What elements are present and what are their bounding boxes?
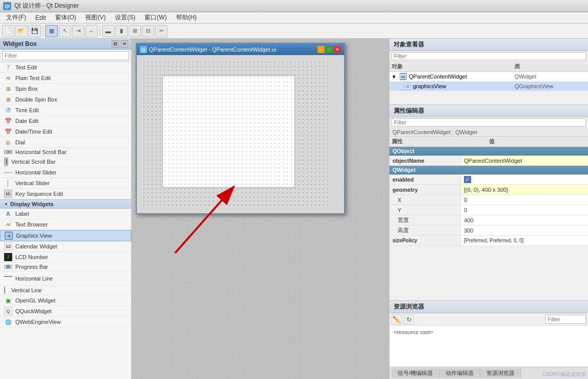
widget-item-hline[interactable]: Horizontal Line	[0, 271, 131, 286]
widget-item-textbrowser[interactable]: AI Text Browser	[0, 219, 131, 230]
widget-item-spinbox[interactable]: ⊞ Spin Box	[0, 84, 131, 94]
menu-help[interactable]: 帮助(H)	[172, 12, 201, 23]
toolbar-layout-grid[interactable]: ⊞	[129, 25, 141, 37]
inner-window-content[interactable]	[137, 55, 344, 213]
prop-width[interactable]: 宽度 400	[389, 215, 588, 225]
prop-sizepolicy[interactable]: sizePolicy [Preferred, Preferred, 0, 0]	[389, 236, 588, 246]
widget-item-keyseq[interactable]: kb Key Sequence Edit	[0, 189, 131, 199]
widget-item-plaintextedit[interactable]: AI Plain Text Edit	[0, 73, 131, 84]
toolbar-new[interactable]: 📄	[2, 25, 14, 37]
toolbar-open[interactable]: 📂	[15, 25, 28, 37]
widget-item-label: Label	[15, 211, 29, 217]
widget-item-dial[interactable]: ◎ Dial	[0, 137, 131, 148]
resource-tree[interactable]: <resource root>	[389, 326, 588, 367]
widget-item-lcdnumber[interactable]: 7 LCD Number	[0, 252, 131, 263]
widget-item-vscrollbar[interactable]: ┃ Vertical Scroll Bar	[0, 157, 131, 167]
prop-y-value[interactable]: 0	[461, 205, 588, 215]
minimize-button[interactable]: ─	[317, 46, 325, 53]
widget-box-float[interactable]: ⊟	[112, 40, 119, 47]
resource-edit-btn[interactable]: ✏️	[391, 314, 402, 324]
prop-x[interactable]: X 0	[389, 195, 588, 205]
prop-x-value[interactable]: 0	[461, 195, 588, 205]
menu-file[interactable]: 文件(F)	[2, 12, 30, 23]
tab-signals[interactable]: 信号/槽编辑器	[391, 368, 439, 378]
hline-icon	[4, 276, 12, 284]
inner-window-icon: Q	[140, 46, 147, 53]
widget-item-label: QQuickWidget	[15, 308, 52, 314]
prop-height[interactable]: 高度 300	[389, 225, 588, 236]
toolbar-select[interactable]: ▦	[45, 25, 58, 37]
hslider-icon: ──	[4, 168, 12, 176]
menu-settings[interactable]: 设置(S)	[111, 12, 139, 23]
menu-view[interactable]: 视图(V)	[81, 12, 110, 23]
property-editor: 属性编辑器 QParentContentWidget : QWidget 属性 …	[389, 105, 588, 300]
menu-edit[interactable]: Edit	[31, 13, 50, 22]
toolbar-pointer[interactable]: ↖	[59, 25, 71, 37]
toolbar-tab[interactable]: ⇥	[72, 25, 84, 37]
toolbar-layout-v[interactable]: ▮	[115, 25, 128, 37]
widget-item-hslider[interactable]: ── Horizontal Slider	[0, 167, 131, 178]
widget-item-timeedit[interactable]: ⏱ Time Edit	[0, 105, 131, 116]
hscrollbar-icon: ━	[4, 150, 12, 154]
widget-box: Widget Box ⊟ ✕ T Text Edit AI Plain Text…	[0, 39, 132, 379]
widget-item-label[interactable]: A Label	[0, 209, 131, 219]
widget-item-vslider[interactable]: │ Vertical Slider	[0, 178, 131, 189]
close-button[interactable]: ✕	[334, 46, 341, 53]
widget-item-graphicsview[interactable]: Graphics View	[0, 230, 131, 241]
toolbar-buddy[interactable]: ↔	[85, 25, 97, 37]
widget-box-filter-bar	[0, 49, 131, 62]
prop-width-value[interactable]: 400	[461, 215, 588, 225]
central-area: Q QParentContentWidget - QParentContentW…	[132, 39, 389, 379]
tab-resources[interactable]: 资源浏览器	[480, 368, 521, 378]
widget-item-progressbar[interactable]: Progress Bar	[0, 263, 131, 271]
tab-actions[interactable]: 动作编辑器	[439, 368, 480, 378]
widget-item-vline[interactable]: Vertical Line	[0, 286, 131, 295]
resource-refresh-btn[interactable]: ↻	[404, 314, 414, 324]
inner-window[interactable]: Q QParentContentWidget - QParentContentW…	[136, 43, 345, 214]
prop-geometry[interactable]: geometry [(0, 0), 400 x 300]	[389, 185, 588, 195]
prop-objectname-value[interactable]: QParentContentWidget	[461, 156, 588, 165]
widget-item-dateedit[interactable]: 📅 Date Edit	[0, 116, 131, 127]
resource-filter-input[interactable]	[545, 315, 586, 324]
prop-enabled[interactable]: enabled	[389, 174, 588, 185]
prop-geometry-label: geometry	[389, 185, 461, 194]
widget-item-qwebengine[interactable]: 🌐 QWebEngineView	[0, 317, 131, 327]
prop-sizepolicy-value[interactable]: [Preferred, Preferred, 0, 0]	[461, 236, 588, 245]
prop-y[interactable]: Y 0	[389, 205, 588, 215]
enabled-checkbox[interactable]	[464, 176, 471, 183]
property-table-header: 属性 值	[389, 137, 588, 147]
prop-geometry-value[interactable]: [(0, 0), 400 x 300]	[461, 185, 588, 194]
widget-box-filter-input[interactable]	[2, 51, 129, 60]
tree-expand-icon[interactable]: ▼	[391, 74, 398, 80]
menu-window[interactable]: 窗口(W)	[140, 12, 170, 23]
widget-item-hscrollbar[interactable]: ━ Horizontal Scroll Bar	[0, 148, 131, 157]
widget-item-doublespinbox[interactable]: ⊞ Double Spin Box	[0, 94, 131, 105]
widget-item-opengl[interactable]: ▣ OpenGL Widget	[0, 295, 131, 306]
maximize-button[interactable]: □	[326, 46, 333, 53]
toolbar-layout-form[interactable]: ⊟	[142, 25, 154, 37]
widget-item-qquick[interactable]: Q QQuickWidget	[0, 306, 131, 317]
tree-row-graphics[interactable]: graphicsView QGraphicsView	[389, 82, 588, 91]
canvas-background[interactable]: Q QParentContentWidget - QParentContentW…	[132, 39, 389, 379]
property-editor-filter[interactable]	[391, 118, 586, 127]
toolbar-break[interactable]: ✂	[155, 25, 167, 37]
graphicsview-name: graphicsView	[413, 83, 446, 89]
prop-enabled-value[interactable]	[461, 174, 588, 184]
object-inspector-filter[interactable]	[391, 52, 586, 60]
widget-item-calendar[interactable]: 12 Calendar Widget	[0, 241, 131, 252]
toolbar-layout-h[interactable]: ▬	[102, 25, 114, 37]
widget-item-datetimeedit[interactable]: 📅 Date/Time Edit	[0, 127, 131, 137]
lcdnumber-icon: 7	[4, 253, 12, 261]
prop-objectname[interactable]: objectName QParentContentWidget	[389, 156, 588, 166]
prop-height-value[interactable]: 300	[461, 225, 588, 235]
tree-row-parent[interactable]: ▼ QParentContentWidget QWidget	[389, 72, 588, 82]
widget-item-label: Progress Bar	[15, 264, 48, 270]
parent-widget-name: QParentContentWidget	[409, 73, 467, 80]
prop-section-qobject: QObject	[389, 147, 588, 156]
menu-form[interactable]: 窗体(O)	[51, 12, 80, 23]
widget-box-close[interactable]: ✕	[121, 40, 128, 47]
tree-row-parent-col1: ▼ QParentContentWidget	[391, 73, 514, 80]
progressbar-icon	[4, 265, 12, 269]
toolbar-save[interactable]: 💾	[29, 25, 41, 37]
widget-item-textedit[interactable]: T Text Edit	[0, 62, 131, 73]
